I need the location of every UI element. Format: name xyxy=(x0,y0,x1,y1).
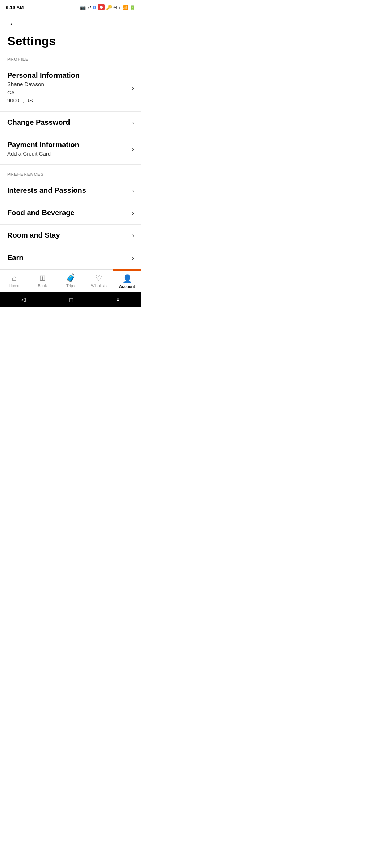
change-password-chevron-icon: › xyxy=(132,119,134,127)
food-and-beverage-item[interactable]: Food and Beverage › xyxy=(0,202,141,225)
google-icon: G xyxy=(93,5,96,10)
room-and-stay-item[interactable]: Room and Stay › xyxy=(0,225,141,247)
book-icon: ⊞ xyxy=(39,273,46,283)
nav-home[interactable]: ⌂ Home xyxy=(0,270,28,292)
interests-and-passions-title: Interests and Passions xyxy=(7,186,129,195)
nav-book-label: Book xyxy=(38,284,47,288)
wishlists-icon: ♡ xyxy=(95,273,102,283)
android-menu-button[interactable]: ≡ xyxy=(116,296,119,303)
payment-information-item[interactable]: Payment Information Add a Credit Card › xyxy=(0,134,141,165)
nav-wishlists-label: Wishlists xyxy=(91,284,106,288)
change-password-item[interactable]: Change Password › xyxy=(0,112,141,134)
nav-trips[interactable]: 🧳 Trips xyxy=(56,270,85,292)
key-icon: 🔑 xyxy=(106,5,112,10)
interests-and-passions-content: Interests and Passions xyxy=(7,186,129,195)
payment-information-subtitle: Add a Credit Card xyxy=(7,150,129,158)
personal-information-content: Personal Information Shane Dawson CA 900… xyxy=(7,71,129,105)
profile-section: PROFILE Personal Information Shane Dawso… xyxy=(0,54,141,165)
bluetooth-icon: ✳ xyxy=(113,5,117,10)
back-arrow-icon: ← xyxy=(9,19,17,29)
payment-information-content: Payment Information Add a Credit Card xyxy=(7,141,129,158)
home-icon: ⌂ xyxy=(12,273,16,283)
earn-chevron-icon: › xyxy=(132,254,134,262)
android-nav-bar: ◁ ◻ ≡ xyxy=(0,292,141,307)
change-password-content: Change Password xyxy=(7,118,129,127)
status-time: 6:19 AM xyxy=(6,5,24,10)
change-password-title: Change Password xyxy=(7,118,129,127)
signal-icon: ↑ xyxy=(119,5,121,10)
nav-account-label: Account xyxy=(119,284,135,289)
bottom-nav: ⌂ Home ⊞ Book 🧳 Trips ♡ Wishlists 👤 Acco… xyxy=(0,269,141,292)
video-call-icon: 📷 xyxy=(80,5,86,10)
personal-information-item[interactable]: Personal Information Shane Dawson CA 900… xyxy=(0,65,141,112)
payment-information-chevron-icon: › xyxy=(132,145,134,153)
nav-book[interactable]: ⊞ Book xyxy=(28,270,56,292)
preferences-section: PREFERENCES Interests and Passions › Foo… xyxy=(0,169,141,269)
wifi-icon: 📶 xyxy=(122,5,128,10)
earn-content: Earn xyxy=(7,254,129,263)
personal-information-subtitle: Shane Dawson CA 90001, US xyxy=(7,80,129,105)
food-and-beverage-title: Food and Beverage xyxy=(7,209,129,217)
interests-and-passions-item[interactable]: Interests and Passions › xyxy=(0,180,141,202)
back-button[interactable]: ← xyxy=(6,17,20,31)
room-and-stay-title: Room and Stay xyxy=(7,231,129,239)
sync-icon: ⇄ xyxy=(87,5,91,10)
preferences-section-header: PREFERENCES xyxy=(0,169,141,180)
interests-and-passions-chevron-icon: › xyxy=(132,187,134,195)
back-area: ← xyxy=(0,13,141,33)
trips-icon: 🧳 xyxy=(66,273,76,283)
earn-item[interactable]: Earn › xyxy=(0,247,141,269)
content-scroll: PROFILE Personal Information Shane Dawso… xyxy=(0,54,141,269)
status-bar: 6:19 AM 📷 ⇄ G 🔑 ✳ ↑ 📶 🔋 xyxy=(0,0,141,13)
page-title: Settings xyxy=(0,33,141,54)
record-icon xyxy=(98,4,105,10)
payment-information-title: Payment Information xyxy=(7,141,129,149)
personal-information-title: Personal Information xyxy=(7,71,129,80)
profile-section-header: PROFILE xyxy=(0,54,141,65)
android-back-button[interactable]: ◁ xyxy=(21,296,26,303)
android-home-button[interactable]: ◻ xyxy=(69,296,73,303)
status-icons: 📷 ⇄ G 🔑 ✳ ↑ 📶 🔋 xyxy=(80,4,135,10)
nav-trips-label: Trips xyxy=(66,284,75,288)
room-and-stay-chevron-icon: › xyxy=(132,232,134,239)
food-and-beverage-content: Food and Beverage xyxy=(7,209,129,218)
nav-home-label: Home xyxy=(9,284,19,288)
nav-wishlists[interactable]: ♡ Wishlists xyxy=(85,270,113,292)
nav-account[interactable]: 👤 Account xyxy=(113,269,141,292)
account-icon: 👤 xyxy=(122,274,132,284)
earn-title: Earn xyxy=(7,254,129,262)
food-and-beverage-chevron-icon: › xyxy=(132,209,134,217)
personal-information-chevron-icon: › xyxy=(132,84,134,92)
battery-icon: 🔋 xyxy=(130,5,135,10)
room-and-stay-content: Room and Stay xyxy=(7,231,129,240)
